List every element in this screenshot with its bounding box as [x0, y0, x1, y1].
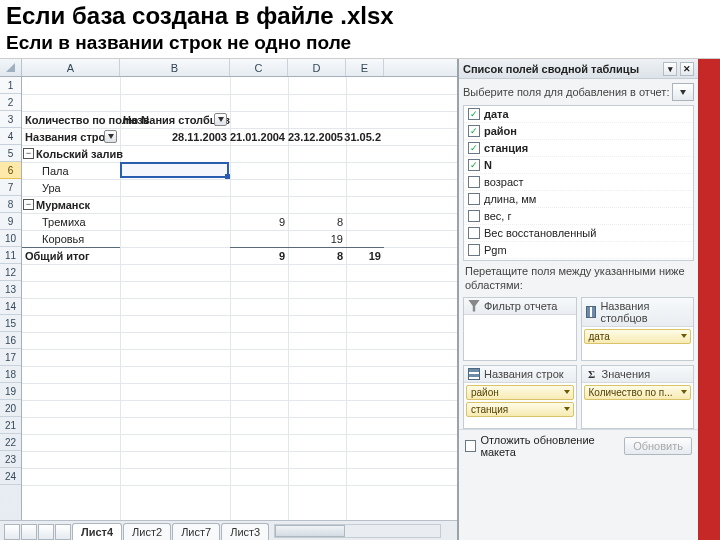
row-header-15[interactable]: 15	[0, 315, 21, 332]
checkbox-icon	[468, 210, 480, 222]
sheet-tab-3[interactable]: Лист3	[221, 523, 269, 540]
field-item-0[interactable]: дата	[464, 106, 693, 123]
value-1-0-2: 8	[288, 213, 346, 230]
active-cell-selection	[120, 162, 229, 178]
zone-rows-item-1[interactable]: станция	[466, 402, 574, 417]
row-header-22[interactable]: 22	[0, 434, 21, 451]
grand-total-label: Общий итог	[22, 247, 120, 264]
zone-values[interactable]: ΣЗначения Количество по п...	[581, 365, 695, 429]
zone-columns-item-0[interactable]: дата	[584, 329, 692, 344]
row-header-11[interactable]: 11	[0, 247, 21, 264]
row-header-7[interactable]: 7	[0, 179, 21, 196]
col-header-B[interactable]: B	[120, 59, 230, 76]
field-item-3[interactable]: N	[464, 157, 693, 174]
station-0-0: Пала	[22, 162, 120, 179]
row-header-16[interactable]: 16	[0, 332, 21, 349]
row-header-20[interactable]: 20	[0, 400, 21, 417]
rows-icon	[468, 368, 480, 380]
defer-update-checkbox[interactable]: Отложить обновление макета	[465, 434, 624, 458]
zone-column-labels[interactable]: Названия столбцов дата	[581, 297, 695, 361]
row-header-13[interactable]: 13	[0, 281, 21, 298]
value-1-1-2: 19	[288, 230, 346, 247]
row-labels-dropdown[interactable]	[104, 130, 117, 143]
zone-row-labels[interactable]: Названия строк район станция	[463, 365, 577, 429]
collapse-button-0[interactable]: −	[23, 148, 34, 159]
zone-values-item-0[interactable]: Количество по п...	[584, 385, 692, 400]
slide-title: Если база создана в файле .xlsx	[6, 2, 714, 30]
field-item-8[interactable]: Pgm	[464, 242, 693, 259]
row-header-14[interactable]: 14	[0, 298, 21, 315]
sheet-tab-0[interactable]: Лист4	[72, 523, 122, 540]
total-3: 19	[346, 247, 384, 264]
total-2: 8	[288, 247, 346, 264]
columns-icon	[586, 306, 597, 318]
tab-nav-first[interactable]	[4, 524, 20, 540]
field-item-4[interactable]: возраст	[464, 174, 693, 191]
spreadsheet: A B C D E 123456789101112131415161718192…	[0, 59, 458, 540]
defer-update-label: Отложить обновление макета	[480, 434, 624, 458]
checkbox-icon	[468, 159, 480, 171]
sigma-icon: Σ	[586, 368, 598, 380]
sheet-tab-2[interactable]: Лист7	[172, 523, 220, 540]
pivot-fieldlist-panel: Список полей сводной таблицы ▾ ✕ Выберит…	[458, 59, 698, 540]
date-header-2: 23.12.2005	[288, 128, 346, 145]
field-item-1[interactable]: район	[464, 123, 693, 140]
field-item-6[interactable]: вес, г	[464, 208, 693, 225]
tab-nav-prev[interactable]	[21, 524, 37, 540]
col-labels-dropdown[interactable]	[214, 113, 227, 126]
row-header-21[interactable]: 21	[0, 417, 21, 434]
sheet-tab-1[interactable]: Лист2	[123, 523, 171, 540]
row-header-12[interactable]: 12	[0, 264, 21, 281]
row-header-18[interactable]: 18	[0, 366, 21, 383]
col-header-A[interactable]: A	[22, 59, 120, 76]
field-label: возраст	[484, 176, 524, 188]
select-all-corner[interactable]	[0, 59, 22, 76]
row-header-2[interactable]: 2	[0, 94, 21, 111]
zone-rows-item-0[interactable]: район	[466, 385, 574, 400]
tab-nav-next[interactable]	[38, 524, 54, 540]
fieldlist-drag-text: Перетащите поля между указанными ниже об…	[459, 261, 698, 297]
fieldlist-dropdown-icon[interactable]: ▾	[663, 62, 677, 76]
collapse-button-1[interactable]: −	[23, 199, 34, 210]
fieldlist-fields[interactable]: датарайонстанцияNвозрастдлина, ммвес, гВ…	[463, 105, 694, 261]
row-header-4[interactable]: 4	[0, 128, 21, 145]
checkbox-icon	[468, 244, 480, 256]
checkbox-icon	[468, 108, 480, 120]
fieldlist-close-icon[interactable]: ✕	[680, 62, 694, 76]
checkbox-icon	[468, 142, 480, 154]
fieldlist-layout-button[interactable]	[672, 83, 694, 101]
field-label: дата	[484, 108, 509, 120]
group-1: Мурманск	[22, 196, 120, 213]
update-button[interactable]: Обновить	[624, 437, 692, 455]
station-1-1: Коровья	[22, 230, 120, 247]
row-header-10[interactable]: 10	[0, 230, 21, 247]
value-1-0-1: 9	[230, 213, 288, 230]
row-header-3[interactable]: 3	[0, 111, 21, 128]
field-item-5[interactable]: длина, мм	[464, 191, 693, 208]
row-header-5[interactable]: 5	[0, 145, 21, 162]
col-header-E[interactable]: E	[346, 59, 384, 76]
zone-columns-label: Названия столбцов	[600, 300, 689, 324]
field-item-7[interactable]: Вес восстановленный	[464, 225, 693, 242]
field-label: район	[484, 125, 517, 137]
field-label: Pgm	[484, 244, 507, 256]
col-header-C[interactable]: C	[230, 59, 288, 76]
zone-report-filter[interactable]: Фильтр отчета	[463, 297, 577, 361]
date-header-3: 31.05.2	[346, 128, 384, 145]
checkbox-icon	[468, 176, 480, 188]
row-header-24[interactable]: 24	[0, 468, 21, 485]
row-header-8[interactable]: 8	[0, 196, 21, 213]
row-header-6[interactable]: 6	[0, 162, 21, 179]
col-header-D[interactable]: D	[288, 59, 346, 76]
checkbox-icon	[468, 227, 480, 239]
row-header-1[interactable]: 1	[0, 77, 21, 94]
slide-accent-bar	[698, 59, 720, 540]
field-item-2[interactable]: станция	[464, 140, 693, 157]
row-header-9[interactable]: 9	[0, 213, 21, 230]
tab-nav-last[interactable]	[55, 524, 71, 540]
fieldlist-choose-text: Выберите поля для добавления в отчет:	[463, 86, 669, 98]
horizontal-scrollbar[interactable]	[274, 524, 441, 538]
row-header-19[interactable]: 19	[0, 383, 21, 400]
row-header-17[interactable]: 17	[0, 349, 21, 366]
row-header-23[interactable]: 23	[0, 451, 21, 468]
